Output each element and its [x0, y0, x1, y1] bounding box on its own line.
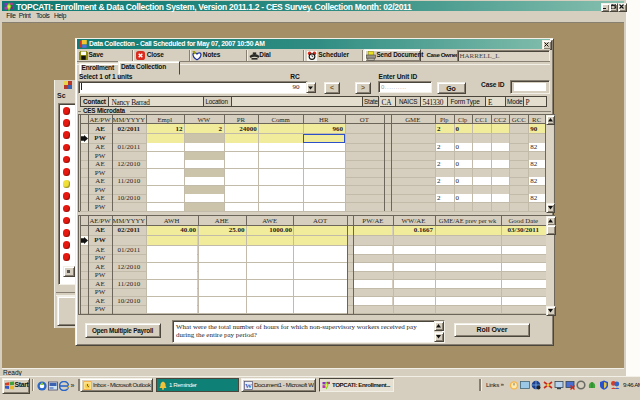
svg-text:W: W	[245, 382, 252, 390]
